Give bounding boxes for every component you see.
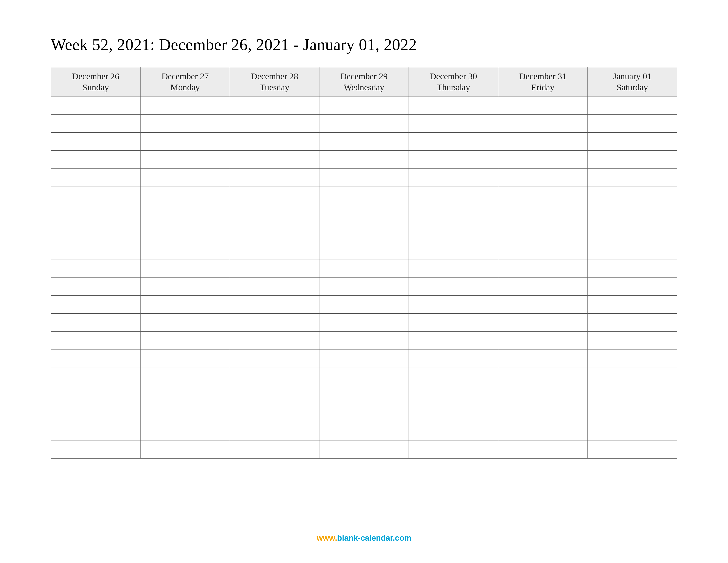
calendar-cell [588, 223, 677, 241]
calendar-cell [319, 96, 409, 114]
day-header-tuesday: December 28 Tuesday [230, 67, 319, 96]
calendar-cell [409, 241, 498, 259]
calendar-cell [588, 314, 677, 332]
calendar-cell [51, 150, 140, 169]
calendar-cell [51, 314, 140, 332]
calendar-cell [498, 296, 587, 314]
calendar-cell [140, 187, 230, 205]
day-header-date: December 31 [498, 71, 587, 82]
calendar-cell [319, 259, 409, 277]
calendar-cell [51, 277, 140, 296]
weekly-calendar-table: December 26 Sunday December 27 Monday De… [51, 67, 677, 459]
calendar-cell [51, 404, 140, 422]
calendar-cell [319, 241, 409, 259]
calendar-cell [319, 223, 409, 241]
calendar-cell [498, 368, 587, 386]
calendar-cell [409, 187, 498, 205]
calendar-cell [140, 422, 230, 440]
calendar-cell [498, 187, 587, 205]
calendar-cell [409, 440, 498, 458]
calendar-cell [319, 169, 409, 187]
calendar-cell [409, 223, 498, 241]
calendar-cell [409, 277, 498, 296]
calendar-cell [140, 150, 230, 169]
calendar-cell [319, 350, 409, 368]
calendar-cell [230, 277, 319, 296]
day-header-thursday: December 30 Thursday [409, 67, 498, 96]
calendar-cell [409, 296, 498, 314]
calendar-row [51, 332, 677, 350]
calendar-row [51, 223, 677, 241]
calendar-cell [230, 114, 319, 132]
calendar-cell [51, 205, 140, 223]
calendar-cell [230, 169, 319, 187]
calendar-cell [319, 368, 409, 386]
calendar-cell [498, 169, 587, 187]
calendar-cell [409, 169, 498, 187]
calendar-row [51, 150, 677, 169]
calendar-cell [498, 404, 587, 422]
calendar-cell [409, 150, 498, 169]
calendar-cell [51, 422, 140, 440]
calendar-cell [51, 187, 140, 205]
day-header-dow: Wednesday [319, 82, 408, 93]
calendar-row [51, 368, 677, 386]
calendar-cell [140, 368, 230, 386]
calendar-cell [230, 350, 319, 368]
calendar-cell [588, 187, 677, 205]
day-header-date: January 01 [588, 71, 677, 82]
day-header-date: December 27 [141, 71, 229, 82]
calendar-cell [51, 296, 140, 314]
footer-domain: blank-calendar.com [337, 533, 411, 542]
calendar-cell [588, 440, 677, 458]
calendar-cell [319, 114, 409, 132]
calendar-cell [51, 259, 140, 277]
calendar-cell [498, 440, 587, 458]
calendar-cell [588, 332, 677, 350]
calendar-cell [319, 187, 409, 205]
calendar-cell [51, 241, 140, 259]
calendar-header-row: December 26 Sunday December 27 Monday De… [51, 67, 677, 96]
calendar-cell [588, 96, 677, 114]
calendar-cell [498, 132, 587, 150]
footer-prefix: www. [317, 533, 337, 542]
calendar-row [51, 169, 677, 187]
calendar-cell [230, 368, 319, 386]
calendar-cell [588, 259, 677, 277]
calendar-row [51, 404, 677, 422]
day-header-dow: Monday [141, 82, 229, 93]
calendar-cell [498, 314, 587, 332]
calendar-cell [230, 404, 319, 422]
calendar-cell [51, 440, 140, 458]
calendar-row [51, 187, 677, 205]
calendar-cell [230, 150, 319, 169]
calendar-row [51, 259, 677, 277]
calendar-cell [51, 169, 140, 187]
calendar-cell [140, 440, 230, 458]
calendar-cell [230, 386, 319, 404]
calendar-cell [588, 386, 677, 404]
calendar-cell [230, 223, 319, 241]
calendar-cell [140, 404, 230, 422]
calendar-cell [319, 314, 409, 332]
calendar-cell [409, 332, 498, 350]
calendar-cell [319, 132, 409, 150]
calendar-cell [319, 296, 409, 314]
calendar-cell [498, 350, 587, 368]
day-header-date: December 28 [230, 71, 319, 82]
calendar-cell [498, 223, 587, 241]
calendar-cell [51, 350, 140, 368]
calendar-cell [498, 150, 587, 169]
calendar-cell [140, 223, 230, 241]
calendar-cell [140, 314, 230, 332]
calendar-cell [319, 440, 409, 458]
calendar-cell [230, 96, 319, 114]
calendar-cell [588, 169, 677, 187]
calendar-cell [230, 259, 319, 277]
calendar-cell [140, 132, 230, 150]
day-header-friday: December 31 Friday [498, 67, 587, 96]
calendar-cell [51, 114, 140, 132]
calendar-cell [498, 386, 587, 404]
day-header-date: December 29 [319, 71, 408, 82]
calendar-cell [230, 187, 319, 205]
